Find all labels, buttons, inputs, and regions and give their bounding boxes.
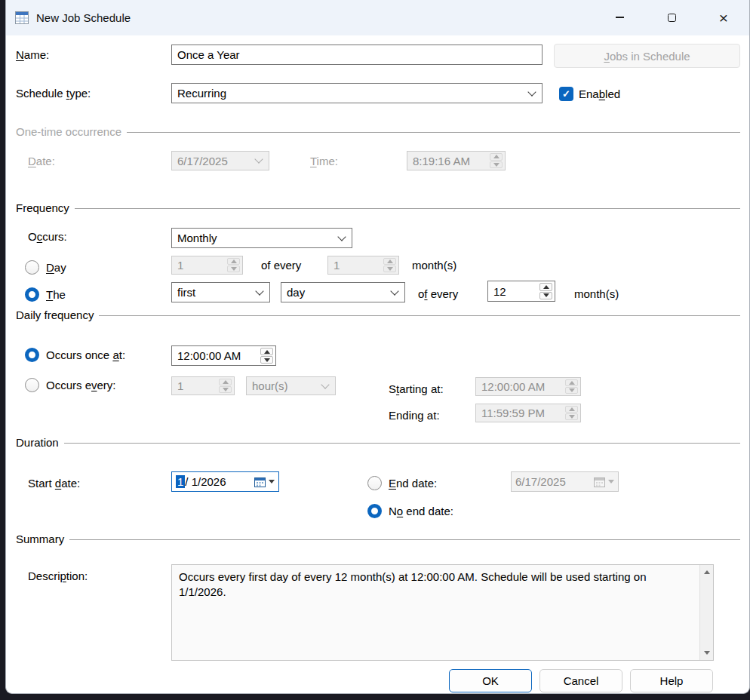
group-frequency-title: Frequency [16,201,69,214]
spin-up-icon [569,407,575,411]
date-segment-rest[interactable]: / 1/2026 [185,475,226,488]
group-rule [69,539,740,540]
group-daily-frequency: Daily frequency [16,309,740,321]
close-button[interactable]: × [706,0,741,35]
ordinal-select[interactable]: first [171,282,270,302]
group-duration: Duration [16,436,740,449]
cancel-button[interactable]: Cancel [539,669,622,692]
spin-down-icon [387,267,393,271]
titlebar: New Job Schedule × [6,0,749,35]
no-end-date-radio[interactable] [367,504,382,518]
ok-button[interactable]: OK [449,669,532,692]
spin-up-button [565,379,578,386]
scroll-up-icon[interactable] [704,570,710,574]
spin-up-button [219,379,232,385]
occurs-label: Occurs: [28,230,67,243]
end-date-picker: 6/17/2025 [511,471,619,492]
date-segment-selected[interactable]: 1 [176,475,185,488]
spin-up-icon [223,380,229,384]
day-months-unit-label: month(s) [412,259,456,272]
day-radio[interactable] [25,260,39,275]
spin-down-icon [264,358,270,362]
occurs-select[interactable]: Monthly [171,228,352,248]
date-label: Date: [28,155,55,167]
occurs-every-unit-select: hour(s) [246,376,336,395]
chevron-down-icon [255,287,263,295]
name-label: Name: [16,48,49,61]
spin-up-icon [569,381,575,385]
scroll-down-icon[interactable] [704,651,710,655]
spin-down-button [227,266,240,272]
group-summary-title: Summary [16,533,64,545]
spin-down-icon [569,415,575,419]
spin-up-button[interactable] [539,283,552,291]
spin-up-button [383,258,396,265]
start-date-picker[interactable]: 1/ 1/2026 [171,471,279,492]
end-date-radio[interactable] [367,476,382,490]
jobs-in-schedule-button: Jobs in Schedule [554,44,740,68]
enabled-label: Enabled [579,88,620,100]
chevron-down-icon [254,155,263,163]
dropdown-arrow-icon[interactable] [269,480,275,484]
group-one-time-title: One-time occurrence [16,125,121,138]
dropdown-arrow-icon [608,480,614,484]
window-icon [15,11,29,24]
maximize-icon [668,14,676,22]
starting-at-spinner: 12:00:00 AM [475,377,581,396]
spin-down-icon [543,293,549,297]
day-interval-spinner: 1 [171,256,243,275]
spin-up-button [490,153,503,161]
day-of-every-label: of every [261,259,301,272]
the-months-unit-label: month(s) [574,287,619,300]
spin-up-icon [493,155,499,158]
window-title: New Job Schedule [36,11,131,24]
the-radio[interactable] [25,287,39,302]
new-job-schedule-dialog: New Job Schedule × Name: Jobs in Schedul… [5,0,750,694]
description-scrollbar[interactable] [699,565,713,660]
spin-up-button[interactable] [260,348,273,355]
weekday-select[interactable]: day [281,282,405,302]
group-one-time-occurrence: One-time occurrence [16,125,740,138]
enabled-checkbox[interactable]: ✓ [559,87,573,101]
the-months-spinner[interactable]: 12 [487,281,555,302]
occurs-once-time-spinner[interactable]: 12:00:00 AM [171,345,276,366]
spin-down-button [565,387,578,394]
occurs-once-radio[interactable] [25,348,39,362]
starting-at-label: Starting at: [389,382,444,395]
occurs-every-value-spinner: 1 [171,376,235,395]
spin-down-button [219,386,232,393]
chevron-down-icon [527,88,536,96]
name-input[interactable] [171,45,543,65]
spin-up-icon [231,259,237,263]
chevron-down-icon [390,287,398,295]
start-date-label: Start date: [28,477,80,490]
minimize-button[interactable] [602,0,637,35]
minimize-icon [616,17,624,18]
spin-down-button[interactable] [539,292,552,300]
time-label: Time: [310,155,338,167]
maximize-button[interactable] [654,0,689,35]
end-date-value: 6/17/2025 [515,475,566,488]
spin-down-button[interactable] [260,356,273,364]
chevron-down-icon [337,232,346,241]
spin-down-icon [231,267,237,271]
description-box: Occurs every first day of every 12 month… [171,564,714,661]
occurs-every-label: Occurs every: [46,379,116,391]
spin-up-icon [543,285,549,289]
occurs-once-label: Occurs once at: [46,348,125,361]
spin-down-icon [223,388,229,391]
spin-up-icon [387,259,393,263]
chevron-down-icon [321,380,329,388]
group-rule [75,208,740,209]
end-date-label: End date: [389,477,437,490]
help-button[interactable]: Help [630,669,713,692]
occurs-every-radio[interactable] [25,378,39,392]
description-label: Description: [28,570,88,582]
spin-up-icon [264,350,270,354]
spin-up-button [565,406,578,413]
spin-up-button [227,258,240,265]
schedule-type-select[interactable]: Recurring [171,83,543,103]
schedule-type-label: Schedule type: [16,87,91,100]
ending-at-label: Ending at: [389,409,440,422]
calendar-icon[interactable] [254,477,266,487]
